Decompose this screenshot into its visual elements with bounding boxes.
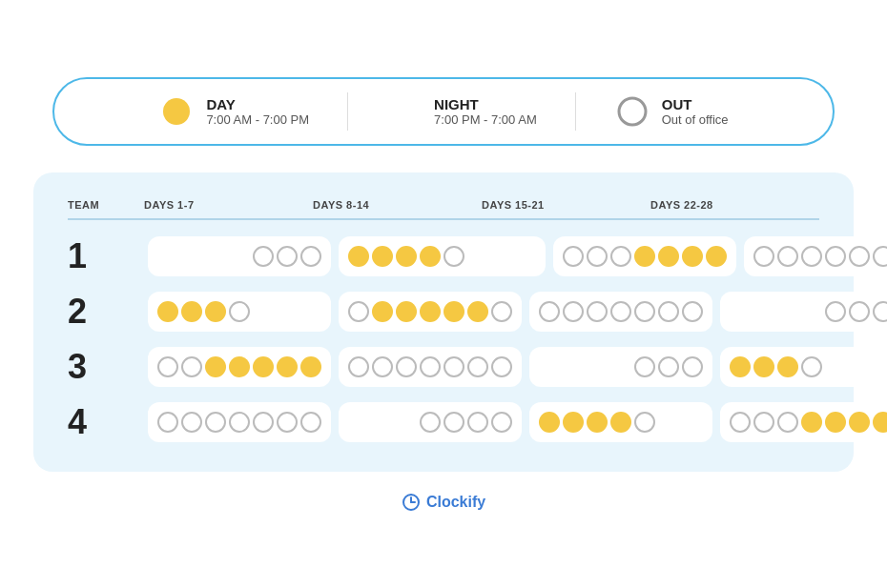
out-circle <box>634 301 655 322</box>
out-circle <box>181 412 202 433</box>
day-circle <box>205 356 226 377</box>
out-circle <box>825 301 846 322</box>
night-circle-svg <box>777 301 798 322</box>
day-circle <box>372 301 393 322</box>
out-subtitle: Out of office <box>662 112 729 127</box>
out-circle <box>849 246 870 267</box>
night-hours: 7:00 PM - 7:00 AM <box>434 112 537 127</box>
out-circle <box>801 356 822 377</box>
day-circle <box>873 412 887 433</box>
table-divider <box>68 218 819 220</box>
out-circle <box>420 412 441 433</box>
day-cell-0-3 <box>744 236 887 276</box>
out-circle <box>610 246 631 267</box>
day-circle <box>420 246 441 267</box>
out-circle <box>634 412 655 433</box>
night-circle-svg <box>682 412 703 433</box>
out-circle <box>157 412 178 433</box>
day-circle <box>420 301 441 322</box>
out-circle <box>372 356 393 377</box>
out-circle <box>253 246 274 267</box>
sun-icon <box>158 93 195 130</box>
out-circle <box>467 356 488 377</box>
night-circle-svg <box>515 246 536 267</box>
col-days4: DAYS 22-28 <box>650 199 819 211</box>
out-circle <box>825 246 846 267</box>
night-circle-svg <box>157 246 178 267</box>
out-circle <box>873 301 887 322</box>
out-circle <box>444 356 464 377</box>
legend-night: NIGHT 7:00 PM - 7:00 AM <box>386 93 537 130</box>
night-circle-svg <box>277 301 298 322</box>
col-days3: DAYS 15-21 <box>482 199 650 211</box>
legend-divider-1 <box>347 92 348 131</box>
out-icon <box>614 93 650 130</box>
night-circle-svg <box>205 246 226 267</box>
night-circle-svg <box>396 412 417 433</box>
day-cell-2-1 <box>339 347 522 387</box>
table-header: TEAM DAYS 1-7 DAYS 8-14 DAYS 15-21 DAYS … <box>68 199 819 211</box>
night-circle-svg <box>753 301 774 322</box>
out-label: OUT <box>662 96 729 112</box>
out-circle <box>658 301 679 322</box>
night-circle-svg <box>253 301 274 322</box>
svg-point-1 <box>619 98 646 125</box>
night-circle-svg <box>348 412 369 433</box>
night-circle-svg <box>491 246 512 267</box>
col-days1: DAYS 1-7 <box>144 199 313 211</box>
svg-point-0 <box>163 98 190 125</box>
day-cell-2-0 <box>148 347 331 387</box>
day-cell-3-1 <box>339 402 522 442</box>
out-circle <box>682 356 703 377</box>
night-circle-svg <box>229 246 250 267</box>
out-circle <box>682 301 703 322</box>
team-number: 2 <box>68 292 144 332</box>
day-cell-0-2 <box>553 236 736 276</box>
col-days2: DAYS 8-14 <box>313 199 482 211</box>
day-cell-3-0 <box>148 402 331 442</box>
day-circle <box>658 246 679 267</box>
out-circle <box>420 356 441 377</box>
table-body: 1234 <box>68 233 819 445</box>
day-circle <box>587 412 608 433</box>
out-circle <box>300 246 321 267</box>
out-circle <box>777 412 798 433</box>
out-circle <box>396 356 417 377</box>
out-circle <box>229 301 250 322</box>
team-number: 3 <box>68 347 144 387</box>
day-circle <box>444 301 464 322</box>
team-number: 1 <box>68 236 144 276</box>
out-circle <box>277 246 298 267</box>
day-circle <box>753 356 774 377</box>
night-circle-svg <box>300 301 321 322</box>
day-circle <box>801 412 822 433</box>
brand-name: Clockify <box>426 494 485 511</box>
out-circle <box>277 412 298 433</box>
clockify-logo-icon <box>402 493 421 512</box>
night-circle-svg <box>873 356 887 377</box>
table-row: 1 <box>68 233 819 279</box>
table-row: 3 <box>68 344 819 390</box>
out-circle <box>873 246 887 267</box>
day-circle <box>277 356 298 377</box>
table-row: 4 <box>68 399 819 445</box>
day-circle <box>730 356 751 377</box>
out-circle <box>753 412 774 433</box>
day-cell-1-0 <box>148 292 331 332</box>
night-circle-svg <box>849 356 870 377</box>
day-cell-2-3 <box>720 347 887 387</box>
day-circle <box>539 412 560 433</box>
day-circle <box>467 301 488 322</box>
day-circle <box>229 356 250 377</box>
night-circle-svg <box>610 356 631 377</box>
day-circle <box>825 412 846 433</box>
out-circle <box>539 301 560 322</box>
night-circle-svg <box>801 301 822 322</box>
day-circle <box>348 246 369 267</box>
out-circle <box>491 412 512 433</box>
day-circle <box>300 356 321 377</box>
day-circle <box>849 412 870 433</box>
day-circle <box>205 301 226 322</box>
day-label: DAY <box>206 96 309 112</box>
day-circle <box>706 246 727 267</box>
